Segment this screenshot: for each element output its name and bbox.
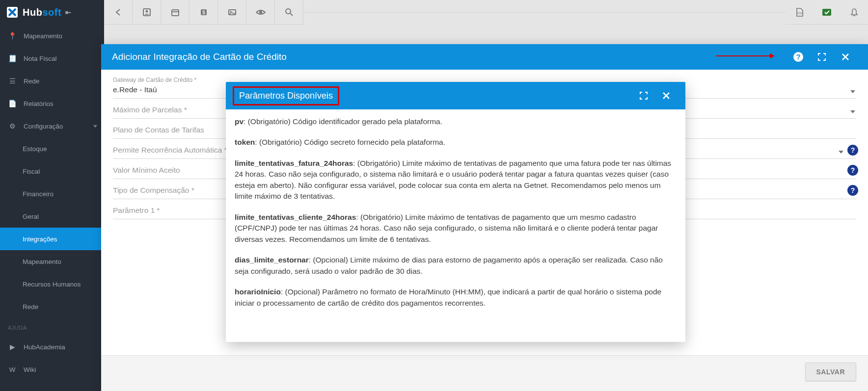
top-toolbar: $ — [104, 0, 303, 25]
popup-body[interactable]: pv: (Obrigatório) Código identificador g… — [226, 109, 685, 342]
image-icon[interactable] — [218, 0, 246, 25]
param-description: limite_tentativas_cliente_24horas: (Obri… — [235, 212, 677, 245]
popup-parametros: Parâmetros Disponíveis pv: (Obrigatório)… — [226, 82, 685, 342]
sidebar-item-configuracao[interactable]: ⚙Configuração — [0, 115, 104, 137]
sidebar-sub-label: Financeiro — [23, 190, 54, 198]
dialog-header: Adicionar Integração de Cartão de Crédit… — [101, 44, 868, 70]
popup-title: Parâmetros Disponíveis — [239, 91, 333, 101]
field-help-icon[interactable]: ? — [847, 185, 858, 196]
sidebar-item-wiki[interactable]: WWiki — [0, 358, 104, 381]
sidebar-item-label: Configuração — [24, 123, 63, 130]
eye-icon[interactable] — [246, 0, 275, 25]
save-button[interactable]: SALVAR — [805, 363, 856, 381]
sidebar-collapse-icon[interactable]: ⇤ — [65, 8, 72, 16]
param-description: horarioInicio: (Opcional) Parâmetro no f… — [235, 287, 677, 309]
dialog-title: Adicionar Integração de Cartão de Crédit… — [112, 52, 787, 62]
sidebar-item-label: Relatórios — [24, 100, 54, 107]
param-description: token: (Obrigatório) Código secreto forn… — [235, 137, 677, 148]
topbar: Hubsoft ⇤ $ PDF — [0, 0, 868, 25]
sidebar: 📍Mapeamento 🧾Nota Fiscal ☰Rede 📄Relatóri… — [0, 25, 104, 391]
svg-text:PDF: PDF — [797, 12, 803, 15]
param-name: dias_limite_estornar — [235, 256, 309, 264]
param-description: pv: (Obrigatório) Código identificador g… — [235, 116, 677, 127]
close-button[interactable] — [834, 44, 857, 70]
sidebar-item-hubacademia[interactable]: ▶HubAcademia — [0, 336, 104, 358]
param-description: dias_limite_estornar: (Opcional) Limite … — [235, 255, 677, 277]
help-button[interactable]: ? — [787, 44, 810, 70]
svg-point-9 — [259, 11, 262, 14]
sidebar-sub-estoque[interactable]: Estoque — [0, 137, 104, 160]
bell-icon[interactable] — [841, 0, 868, 25]
sidebar-sub-rh[interactable]: Recursos Humanos — [0, 273, 104, 295]
sidebar-item-label: Nota Fiscal — [24, 55, 57, 62]
back-button[interactable] — [104, 0, 133, 25]
sidebar-sub-label: Mapeamento — [23, 258, 61, 265]
param-name: token — [235, 138, 255, 146]
sidebar-item-mapeamento[interactable]: 📍Mapeamento — [0, 25, 104, 47]
sidebar-sub-label: Estoque — [23, 145, 47, 153]
sidebar-item-label: Wiki — [24, 366, 36, 373]
brand-logo: Hubsoft ⇤ — [0, 0, 104, 25]
sidebar-sub-rede[interactable]: Rede — [0, 295, 104, 318]
sidebar-item-rede[interactable]: ☰Rede — [0, 70, 104, 92]
sidebar-sub-label: Rede — [23, 303, 38, 311]
svg-text:$: $ — [202, 10, 205, 15]
fullscreen-button[interactable] — [810, 44, 834, 70]
svg-point-2 — [145, 10, 148, 12]
svg-rect-13 — [822, 9, 831, 16]
param-name: horarioInicio — [235, 287, 281, 296]
param-name: limite_tentativas_cliente_24horas — [235, 213, 356, 221]
calendar-icon[interactable] — [161, 0, 190, 25]
person-icon[interactable] — [133, 0, 161, 25]
sidebar-sub-label: Integrações — [23, 235, 57, 243]
sidebar-item-label: Mapeamento — [24, 32, 62, 40]
annotation-arrow — [716, 55, 770, 56]
sidebar-sub-mapeamento[interactable]: Mapeamento — [0, 250, 104, 273]
popup-header: Parâmetros Disponíveis — [226, 82, 685, 109]
sidebar-sub-label: Recursos Humanos — [23, 281, 81, 288]
sidebar-sub-label: Geral — [23, 213, 39, 220]
sidebar-heading-ajuda: AJUDA — [0, 318, 104, 336]
sidebar-item-notafiscal[interactable]: 🧾Nota Fiscal — [0, 47, 104, 70]
svg-line-11 — [290, 13, 293, 16]
chevron-down-icon — [850, 90, 855, 93]
svg-text:?: ? — [796, 52, 800, 61]
pdf-icon[interactable]: PDF — [786, 0, 813, 25]
status-ok-icon[interactable] — [813, 0, 841, 25]
param-name: limite_tentativas_fatura_24horas — [235, 159, 353, 167]
svg-rect-3 — [172, 10, 179, 16]
field-help-icon[interactable]: ? — [847, 145, 858, 156]
popup-close-button[interactable] — [655, 82, 678, 109]
annotation-highlight-box: Parâmetros Disponíveis — [233, 86, 339, 105]
sidebar-sub-financeiro[interactable]: Financeiro — [0, 182, 104, 205]
dialog-footer: SALVAR — [101, 355, 868, 391]
search-icon[interactable] — [275, 0, 303, 25]
sidebar-sub-integracoes[interactable]: Integrações — [0, 228, 104, 250]
chevron-down-icon — [839, 151, 843, 154]
sidebar-sub-label: Fiscal — [23, 168, 40, 175]
sidebar-sub-geral[interactable]: Geral — [0, 205, 104, 228]
field-help-icon[interactable]: ? — [847, 165, 858, 176]
popup-fullscreen-button[interactable] — [632, 82, 655, 109]
sidebar-item-label: HubAcademia — [24, 343, 65, 351]
chevron-down-icon — [850, 110, 855, 113]
svg-point-10 — [286, 9, 291, 14]
param-name: pv — [235, 117, 244, 126]
sidebar-item-relatorios[interactable]: 📄Relatórios — [0, 92, 104, 115]
brand-text-1: Hub — [23, 7, 42, 18]
sidebar-sub-fiscal[interactable]: Fiscal — [0, 160, 104, 182]
param-description: limite_tentativas_fatura_24horas: (Obrig… — [235, 158, 677, 202]
money-icon[interactable]: $ — [190, 0, 218, 25]
brand-text-2: soft — [42, 7, 61, 18]
sidebar-item-label: Rede — [24, 78, 39, 85]
